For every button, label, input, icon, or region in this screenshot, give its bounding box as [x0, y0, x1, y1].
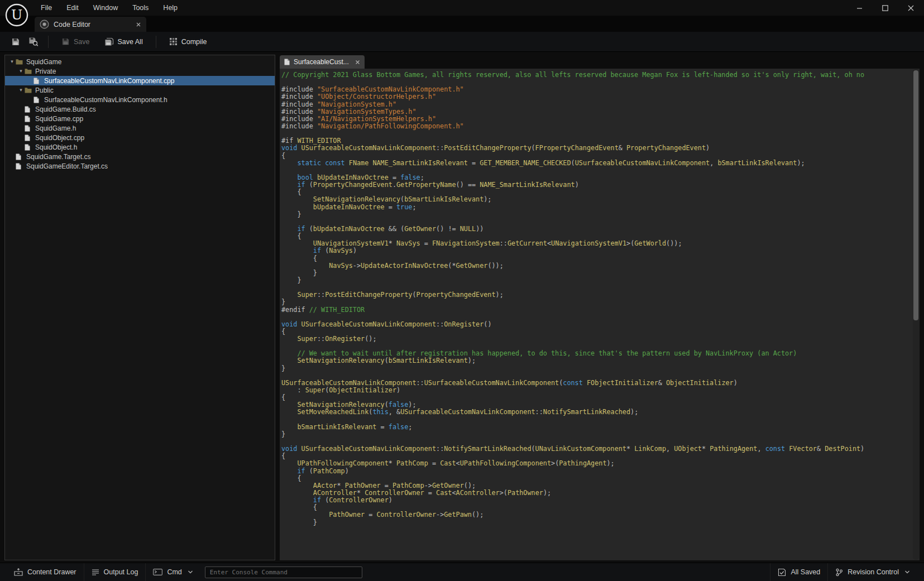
doc-tab-label: SurfaceableCust...	[294, 58, 349, 66]
code-line: void USurfaceableCustomNavLinkComponent:…	[281, 145, 912, 152]
branch-icon	[835, 568, 843, 577]
compile-label: Compile	[181, 38, 207, 46]
tree-item-surfaceablecustomnavlinkcomponent-h[interactable]: SurfaceableCustomNavLinkComponent.h	[5, 95, 275, 104]
file-icon	[25, 116, 34, 122]
titlebar: U File Edit Window Tools Help	[0, 0, 924, 16]
folder-icon	[25, 68, 34, 74]
tree-item-label: SquidObject.h	[35, 143, 77, 151]
all-saved-button[interactable]: All Saved	[770, 563, 827, 581]
tree-item-label: SquidGame.Target.cs	[26, 153, 90, 161]
menu-edit[interactable]: Edit	[59, 0, 86, 16]
editor-panel: SurfaceableCust... // Copyright 2021 Gla…	[280, 55, 920, 560]
toolbar: Save Save All Compile	[0, 32, 924, 52]
code-line: // Copyright 2021 Glass Bottom Games, al…	[281, 71, 912, 79]
save-all-icon	[104, 37, 114, 46]
unreal-engine-logo-icon: U	[4, 3, 29, 27]
content-drawer-button[interactable]: Content Drawer	[7, 563, 84, 581]
code-line: Super::OnRegister();	[281, 335, 912, 343]
tab-code-editor[interactable]: Code Editor	[35, 17, 146, 32]
code-line: : Super(ObjectInitializer)	[281, 387, 912, 394]
save-label: Save	[74, 38, 90, 46]
file-icon	[25, 135, 34, 141]
tree-item-label: SurfaceableCustomNavLinkComponent.h	[44, 96, 167, 104]
menu-file[interactable]: File	[33, 0, 59, 16]
app-tab-strip: Code Editor	[0, 16, 924, 32]
expand-arrow-icon[interactable]: ▾	[17, 66, 25, 76]
code-line: if (PathComp)	[281, 468, 912, 475]
tree-item-label: SquidGame.h	[35, 124, 76, 132]
code-editor-area[interactable]: // Copyright 2021 Glass Bottom Games, al…	[280, 69, 920, 560]
menu-bar: File Edit Window Tools Help	[33, 0, 185, 16]
code-line: static const FName NAME_SmartLinkIsRelev…	[281, 160, 912, 167]
close-button[interactable]	[906, 3, 915, 12]
file-icon	[16, 163, 25, 170]
file-icon	[16, 153, 25, 160]
cmd-label: Cmd	[167, 568, 181, 576]
code-line: if (ControllerOwner)	[281, 497, 912, 504]
tree-item-label: SurfaceableCustomNavLinkComponent.cpp	[44, 77, 174, 85]
folder-icon	[16, 59, 25, 65]
save-all-button[interactable]: Save All	[97, 34, 150, 50]
content-drawer-label: Content Drawer	[27, 568, 76, 576]
cmd-dropdown[interactable]: Cmd	[146, 563, 200, 581]
compile-icon	[169, 37, 178, 46]
menu-tools[interactable]: Tools	[125, 0, 156, 16]
tree-item-private[interactable]: ▾Private	[5, 66, 275, 76]
code-line: if (NavSys)	[281, 247, 912, 255]
tab-close-icon[interactable]	[136, 22, 141, 27]
code-line: NavSys->UpdateActorInNavOctree(*GetOwner…	[281, 262, 912, 270]
tree-item-surfaceablecustomnavlinkcomponent-cpp[interactable]: SurfaceableCustomNavLinkComponent.cpp	[5, 76, 275, 85]
code-line: SetNavigationRelevancy(bSmartLinkIsRelev…	[281, 357, 912, 364]
output-log-button[interactable]: Output Log	[84, 563, 146, 581]
doc-tab-close-icon[interactable]	[355, 60, 360, 65]
tree-item-squidgame-build-cs[interactable]: SquidGame.Build.cs	[5, 104, 275, 114]
file-icon	[25, 144, 34, 151]
code-line: if (bUpdateInNavOctree && (GetOwner() !=…	[281, 225, 912, 233]
choose-files-to-save-button[interactable]	[25, 34, 42, 50]
tab-label: Code Editor	[54, 21, 90, 28]
console-command-input[interactable]	[205, 566, 362, 578]
chevron-down-icon	[188, 570, 193, 574]
console-icon	[153, 569, 162, 575]
expand-arrow-icon[interactable]: ▾	[17, 85, 25, 95]
tree-item-public[interactable]: ▾Public	[5, 85, 275, 95]
code-line: PathOwner = ControllerOwner->GetPawn();	[281, 511, 912, 518]
code-line: UNavigationSystemV1* NavSys = FNavigatio…	[281, 240, 912, 247]
tab-surfaceablecustomnavlinkcomponent-cpp[interactable]: SurfaceableCust...	[280, 55, 365, 69]
tree-item-squidobject-h[interactable]: SquidObject.h	[5, 142, 275, 152]
tree-item-squidobject-cpp[interactable]: SquidObject.cpp	[5, 133, 275, 142]
maximize-button[interactable]	[880, 3, 889, 12]
menu-window[interactable]: Window	[86, 0, 125, 16]
tree-item-label: SquidGame.Build.cs	[35, 105, 96, 113]
tree-item-squidgameeditor-target-cs[interactable]: SquidGameEditor.Target.cs	[5, 161, 275, 171]
file-icon	[33, 97, 43, 103]
file-icon	[25, 106, 34, 113]
code-line: bUpdateInNavOctree = true;	[281, 204, 912, 211]
tree-item-label: Private	[35, 68, 56, 75]
tree-item-squidgame-cpp[interactable]: SquidGame.cpp	[5, 114, 275, 123]
minimize-button[interactable]	[855, 3, 864, 12]
chevron-down-icon	[904, 570, 910, 574]
code-line: if (PropertyChangedEvent.GetPropertyName…	[281, 181, 912, 189]
all-saved-icon	[778, 568, 786, 577]
code-line: UPathFollowingComponent* PathComp = Cast…	[281, 460, 912, 467]
menu-help[interactable]: Help	[156, 0, 185, 16]
expand-arrow-icon[interactable]: ▾	[8, 57, 16, 66]
tree-item-squidgame-target-cs[interactable]: SquidGame.Target.cs	[5, 152, 275, 161]
content-drawer-icon	[14, 568, 23, 576]
tree-item-squidgame[interactable]: ▾SquidGame	[5, 57, 275, 66]
save-button[interactable]: Save	[54, 34, 97, 50]
compile-button[interactable]: Compile	[162, 34, 214, 50]
tree-item-label: SquidGame	[26, 58, 61, 66]
tree-item-squidgame-h[interactable]: SquidGame.h	[5, 123, 275, 133]
svg-text:U: U	[11, 7, 22, 23]
code-line	[281, 130, 912, 137]
scrollbar-thumb[interactable]	[913, 70, 918, 320]
all-saved-label: All Saved	[791, 568, 820, 576]
output-log-icon	[92, 569, 99, 575]
code-line: void USurfaceableCustomNavLinkComponent:…	[281, 445, 912, 453]
vertical-scrollbar[interactable]	[913, 69, 919, 560]
save-current-button[interactable]	[7, 34, 25, 50]
revision-control-button[interactable]: Revision Control	[828, 563, 917, 581]
code-line: bSmartLinkIsRelevant = false;	[281, 424, 912, 431]
